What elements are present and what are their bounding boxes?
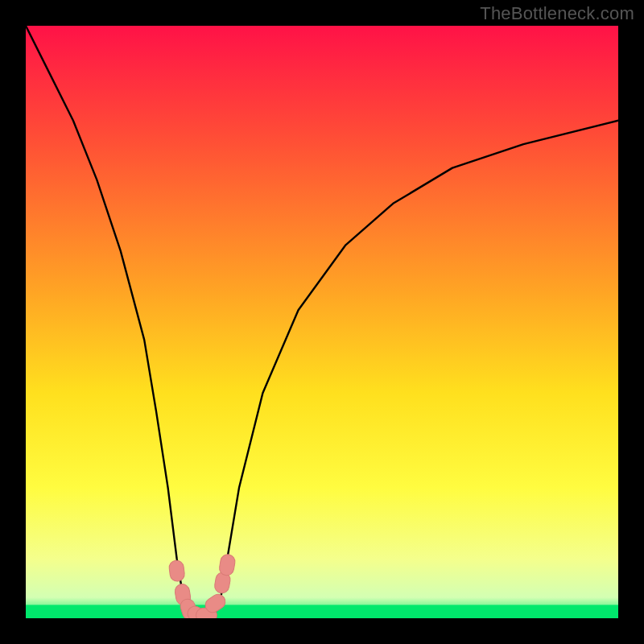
watermark-text: TheBottleneck.com <box>480 3 634 24</box>
bottleneck-curve-chart <box>26 26 618 618</box>
chart-frame: TheBottleneck.com <box>0 0 644 644</box>
gradient-background <box>26 26 618 618</box>
green-band <box>26 605 618 618</box>
plot-area <box>26 26 618 618</box>
